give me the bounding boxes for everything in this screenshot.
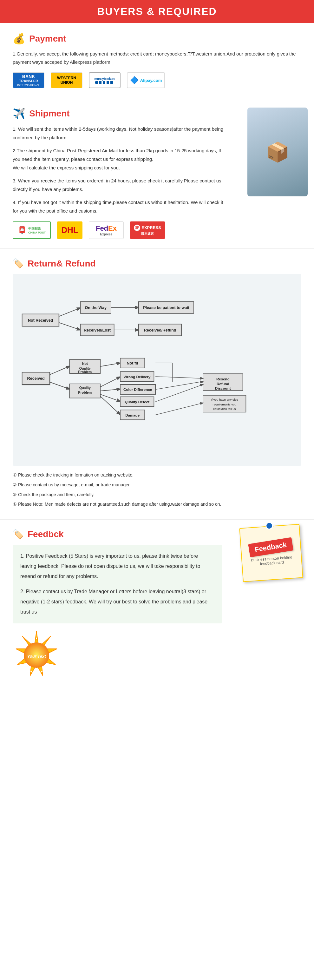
svg-line-16 — [50, 366, 70, 375]
svg-line-51 — [155, 403, 203, 415]
feedback-label: Feedback — [248, 537, 293, 557]
svg-line-46 — [155, 385, 203, 402]
svg-text:Received: Received — [27, 376, 45, 381]
shipping-logos-row: 📮 中国邮政 CHINA POST DHL FedEx Express SF E… — [13, 221, 301, 239]
svg-text:Not fit: Not fit — [127, 361, 139, 366]
payment-description: 1.Generally, we accept the following pay… — [13, 50, 301, 66]
svg-text:Not Received: Not Received — [28, 318, 53, 323]
payment-logos-row: BANK TRANSFER INTERNATIONAL WESTERN UNIO… — [13, 72, 301, 88]
bank-transfer-logo: BANK TRANSFER INTERNATIONAL — [13, 72, 44, 88]
svg-line-24 — [50, 382, 70, 389]
svg-text:Your Text: Your Text — [27, 654, 46, 659]
refund-note-2: ② Please contact us by meesage, e-mail, … — [13, 480, 301, 489]
svg-text:★★★★★: ★★★★★ — [30, 637, 43, 640]
feedback-text-2: 2. Please contact us by Trade Manager or… — [20, 587, 214, 617]
svg-text:Quality: Quality — [79, 366, 91, 370]
shipment-heading: Shipment — [29, 108, 70, 119]
page-header: BUYERS & REQUIRED — [0, 0, 314, 23]
svg-text:Quality: Quality — [79, 386, 91, 390]
shipment-point-4: 4. If you have not got it within the shi… — [13, 198, 228, 215]
return-icon: 🏷️ — [13, 258, 24, 269]
refund-note-3: ③ Check the package and Item, carefully. — [13, 490, 301, 499]
svg-text:Quality Defect: Quality Defect — [125, 400, 149, 404]
alipay-logo: 🔷 Alipay.com — [127, 72, 165, 88]
western-union-logo: WESTERN UNION — [51, 72, 82, 88]
svg-line-28 — [100, 377, 120, 387]
return-title-row: 🏷️ Return& Refund — [13, 258, 301, 269]
svg-text:could also tell us: could also tell us — [213, 407, 236, 410]
payment-title-row: 💰 Payment — [13, 33, 301, 45]
china-post-logo: 📮 中国邮政 CHINA POST — [13, 221, 51, 239]
svg-text:Damage: Damage — [125, 414, 140, 417]
svg-text:Resend: Resend — [216, 377, 230, 381]
svg-text:Refund: Refund — [217, 382, 229, 386]
return-heading: Return& Refund — [28, 259, 96, 269]
feedback-text-1: 1. Positive Feedback (5 Stars) is very i… — [20, 551, 214, 582]
svg-line-8 — [59, 323, 81, 330]
shipment-point-1: 1. We will sent the items within 2-5days… — [13, 125, 228, 142]
dhl-logo: DHL — [57, 221, 82, 239]
sf-express-logo: SF EXPRESS 顺丰速运 — [130, 221, 165, 239]
svg-text:Received/Lost: Received/Lost — [84, 328, 111, 332]
svg-text:On the Way: On the Way — [85, 305, 106, 310]
svg-text:requirements you: requirements you — [213, 402, 236, 406]
payment-icon: 💰 — [13, 33, 25, 45]
svg-text:Problem: Problem — [78, 370, 92, 374]
svg-text:★★★★★: ★★★★★ — [30, 670, 43, 673]
svg-text:Received/Refund: Received/Refund — [144, 328, 176, 332]
page-title: BUYERS & REQUIRED — [0, 6, 314, 18]
return-refund-section: 🏷️ Return& Refund Not Received On the Wa… — [0, 249, 314, 520]
refund-note-4: ④ Please Note: Men made defects are not … — [13, 500, 301, 509]
svg-text:Please be patient to wait: Please be patient to wait — [143, 305, 190, 310]
fedex-logo: FedEx Express — [89, 221, 124, 239]
refund-note-1: ① Please check the tracking in formation… — [13, 471, 301, 479]
payment-section: 💰 Payment 1.Generally, we accept the fol… — [0, 23, 314, 98]
svg-text:If you have any else: If you have any else — [211, 398, 238, 401]
payment-heading: Payment — [29, 33, 66, 44]
flowchart-svg: Not Received On the Way Please be patien… — [19, 283, 295, 455]
feedback-badge-area: Your Text ★★★★★ ★★★★★ Your Text — [13, 630, 60, 677]
svg-text:Not: Not — [82, 362, 88, 366]
feedback-heading: Feedbck — [28, 529, 64, 539]
svg-line-2 — [59, 308, 81, 316]
svg-text:Wrong Delivery: Wrong Delivery — [124, 375, 151, 379]
svg-line-44 — [155, 377, 203, 379]
flowchart-container: Not Received On the Way Please be patien… — [13, 274, 301, 466]
svg-line-37 — [100, 396, 120, 415]
refund-notes: ① Please check the tracking in formation… — [13, 471, 301, 508]
svg-line-21 — [100, 363, 120, 366]
svg-text:Discount: Discount — [215, 387, 231, 390]
shipment-section: 📦 ✈️ Shipment 1. We will sent the items … — [0, 98, 314, 249]
svg-line-31 — [100, 389, 120, 391]
svg-line-45 — [155, 381, 203, 389]
shipment-point-2: 2.The shipment by China Post Registered … — [13, 146, 228, 172]
svg-text:Problem: Problem — [78, 391, 92, 395]
feedback-icon: 🏷️ — [13, 529, 24, 540]
shipment-point-3: 3. When you receive the items you ordere… — [13, 177, 228, 194]
svg-line-34 — [100, 395, 120, 401]
feedback-section: 🏷️ Feedbck Feedback Business person hold… — [0, 520, 314, 687]
feedback-text-container: 1. Positive Feedback (5 Stars) is very i… — [13, 545, 222, 624]
moneybookers-logo: moneybookers — [89, 72, 121, 88]
svg-text:Color Difference: Color Difference — [124, 388, 152, 391]
shipment-icon: ✈️ — [13, 108, 25, 119]
